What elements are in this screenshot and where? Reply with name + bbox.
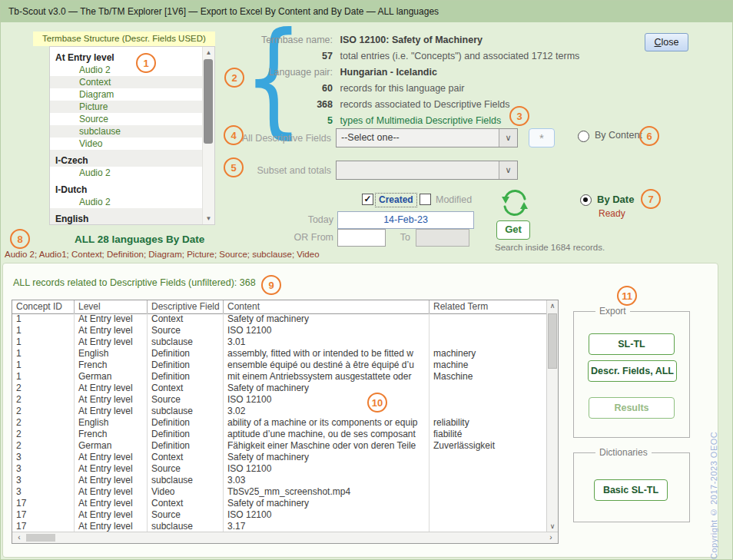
list-item[interactable]: Audio 2 [50,64,203,76]
list-item[interactable]: subclause [50,125,203,138]
list-item[interactable]: Context [50,76,203,88]
list-item[interactable]: Audio 2 [50,167,203,179]
table-row[interactable]: 3At Entry levelVideoTbSv25_mm_screenshot… [12,486,546,498]
export-results-button[interactable]: Results [589,397,675,419]
cell-related-term [430,498,546,509]
termbase-structure-list: At Entry level Audio 2 Context Diagram P… [49,46,215,225]
column-header-descriptive-field[interactable]: Descriptive Field [148,300,224,313]
table-vertical-scrollbar[interactable]: ∧ ∨ [546,300,558,532]
to-date-field[interactable] [416,229,469,247]
subset-select[interactable]: ∨ [336,161,518,180]
info-value: Hungarian - Icelandic [340,67,436,78]
list-item[interactable]: Source [50,113,203,125]
table-horizontal-scrollbar[interactable]: ‹ › [12,532,558,543]
export-sl-tl-button[interactable]: SL-TL [589,333,675,355]
column-header-level[interactable]: Level [75,300,148,313]
list-item[interactable]: Picture [50,101,203,113]
modified-checkbox[interactable] [420,194,431,205]
cell-related-term: reliability [430,417,546,429]
cell-descriptive-field: Source [148,325,224,336]
refresh-icon[interactable] [500,187,531,218]
cell-concept-id: 2 [12,417,75,429]
cell-content: ability of a machine or its components o… [224,417,430,429]
cell-concept-id: 1 [12,371,75,383]
scroll-down-icon[interactable]: ∨ [547,521,558,532]
info-row: 368 records associated to Descriptive Fi… [239,97,700,113]
table-row[interactable]: 1FrenchDefinitionensemble équipé ou dest… [12,360,546,371]
scrollbar-thumb[interactable] [26,534,55,542]
cell-descriptive-field: Definition [148,360,224,371]
cell-descriptive-field: Definition [148,417,224,429]
descriptive-fields-select[interactable]: --Select one-- ∨ [336,128,518,147]
table-row[interactable]: 2At Entry levelsubclause3.02 [12,406,546,417]
cell-level: At Entry level [75,313,148,325]
column-header-content[interactable]: Content [224,300,430,313]
list-item[interactable]: Video [50,138,203,150]
table-row[interactable]: 17At Entry levelContextSafety of machine… [12,498,546,509]
scroll-right-icon[interactable]: › [546,532,556,543]
info-label: Termbase name: [239,32,333,48]
table-row[interactable]: 17At Entry levelsubclause3.17 [12,521,546,532]
by-content-radio[interactable] [578,131,589,142]
table-row[interactable]: 17At Entry levelSourceISO 12100 [12,509,546,521]
created-checkbox[interactable]: ✓ [362,194,373,205]
table-row[interactable]: 2FrenchDefinitionaptitude d’une machine,… [12,429,546,440]
column-header-concept-id[interactable]: Concept ID [12,300,75,313]
dictionaries-group-legend: Dictionaries [595,447,652,459]
basic-sl-tl-button[interactable]: Basic SL-TL [594,479,668,501]
cell-level: At Entry level [75,452,148,463]
export-descr-fields-all-button[interactable]: Descr. Fields, ALL [588,360,677,382]
table-row[interactable]: 1EnglishDefinitionassembly, fitted with … [12,348,546,360]
table-row[interactable]: 1GermanDefinitionmit einem Antriebssyste… [12,371,546,383]
cell-descriptive-field: Source [148,463,224,475]
get-button[interactable]: Get [496,220,530,240]
column-header-related-term[interactable]: Related Term [430,300,546,313]
scroll-down-icon[interactable]: ▼ [203,214,214,224]
cell-concept-id: 17 [12,509,75,521]
table-row[interactable]: 3At Entry levelContextSafety of machiner… [12,452,546,463]
or-from-label: OR From [287,232,333,243]
list-item[interactable]: English [50,208,203,225]
cell-related-term [430,521,546,532]
chevron-down-icon[interactable]: ∨ [499,161,517,179]
scrollbar-thumb[interactable] [204,59,213,144]
descriptive-fields-selected-value: --Select one-- [341,129,400,147]
close-button[interactable]: Close [645,33,688,51]
cell-content: TbSv25_mm_screenshot.mp4 [224,486,430,498]
by-date-radio[interactable] [580,194,592,206]
list-item[interactable]: I-Czech [50,150,203,167]
termbase-info: Termbase name: ISO 12100: Safety of Mach… [239,32,700,129]
list-item[interactable]: Audio 2 [50,196,203,208]
modified-label: Modified [436,194,472,205]
today-date-field[interactable]: 14-Feb-23 [337,211,474,229]
scroll-up-icon[interactable]: ∧ [547,300,558,311]
list-item[interactable]: I-Dutch [50,179,203,196]
scroll-left-icon[interactable]: ‹ [14,532,25,543]
chevron-down-icon[interactable]: ∨ [499,129,517,147]
cell-level: At Entry level [75,509,148,521]
list-item[interactable]: Diagram [50,88,203,101]
created-label[interactable]: Created [375,193,417,207]
cell-content: ISO 12100 [224,509,430,521]
cell-concept-id: 1 [12,360,75,371]
table-row[interactable]: 1At Entry levelSourceISO 12100 [12,325,546,336]
table-row[interactable]: 1At Entry levelContextSafety of machiner… [12,313,546,325]
asterisk-button[interactable]: * [529,128,555,147]
table-row[interactable]: 2EnglishDefinitionability of a machine o… [12,417,546,429]
copyright-text: Copyright © 2017-2023 OEOC [709,417,720,559]
termbase-structure-header: Termbase Structure (Descr. Fields USED) [33,31,215,46]
list-item[interactable]: At Entry level [50,47,203,64]
scroll-up-icon[interactable]: ▲ [203,48,214,58]
from-date-field[interactable] [337,229,386,247]
cell-content: ISO 12100 [224,394,430,406]
table-row[interactable]: 1At Entry levelsubclause3.01 [12,336,546,348]
scrollbar-thumb[interactable] [548,313,557,369]
info-label: 60 [239,81,333,97]
table-row[interactable]: 2At Entry levelSourceISO 12100 [12,394,546,406]
list-scrollbar[interactable]: ▲ ▼ [202,47,214,224]
table-row[interactable]: 2GermanDefinitionFähigkeit einer Maschin… [12,440,546,452]
table-row[interactable]: 2At Entry levelContextSafety of machiner… [12,383,546,394]
table-row[interactable]: 3At Entry levelSourceISO 12100 [12,463,546,475]
cell-level: French [75,429,148,440]
table-row[interactable]: 3At Entry levelsubclause3.03 [12,475,546,486]
